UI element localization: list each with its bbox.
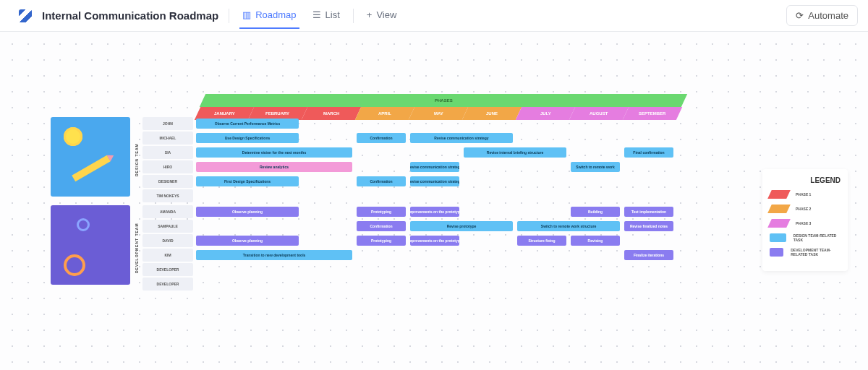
- task-bar[interactable]: Observe Current Performance Metrics: [196, 119, 299, 129]
- task-lane: [195, 278, 676, 291]
- separator: [353, 9, 354, 23]
- legend-swatch: [767, 219, 791, 228]
- task-bar[interactable]: First Design Specifications: [196, 176, 299, 186]
- member-row: DEVELOPER: [142, 263, 676, 276]
- task-bar[interactable]: Final confirmation: [624, 147, 673, 158]
- member-name: DEVELOPER: [142, 278, 193, 291]
- task-bar[interactable]: Revise finalized notes: [624, 221, 673, 231]
- legend-item: PHASE 2: [770, 205, 841, 213]
- task-bar[interactable]: Revise communication strategy: [410, 176, 459, 186]
- member-name: SIA: [142, 146, 193, 159]
- plus-icon: +: [367, 9, 373, 20]
- tab-list[interactable]: ☰ List: [310, 2, 343, 29]
- bolt-icon: ⟳: [796, 10, 804, 21]
- separator: [229, 9, 229, 23]
- team-illustration: [51, 205, 130, 285]
- member-row: HIROReview analyticsRevise communication…: [142, 160, 676, 173]
- task-bar[interactable]: Observe planning: [196, 207, 299, 217]
- legend-swatch: [770, 248, 783, 257]
- task-bar[interactable]: Revise internal briefing structure: [464, 147, 566, 158]
- task-lane: Transition to new development toolsFinal…: [195, 249, 676, 262]
- task-bar[interactable]: Prototyping: [357, 236, 406, 246]
- task-lane: [195, 189, 676, 202]
- member-row: KIMTransition to new development toolsFi…: [142, 249, 676, 262]
- task-bar[interactable]: Confirmation: [357, 133, 406, 143]
- task-bar[interactable]: Confirmation: [357, 176, 406, 186]
- member-row: AMANDAObserve planningPrototypingImprove…: [142, 205, 676, 218]
- tab-roadmap[interactable]: ▥ Roadmap: [239, 2, 299, 29]
- member-row: TIM NOKEYS: [142, 189, 676, 202]
- member-name: TIM NOKEYS: [142, 189, 193, 202]
- task-bar[interactable]: Determine vision for the next months: [196, 147, 352, 158]
- task-lane: Determine vision for the next monthsRevi…: [195, 146, 676, 159]
- task-bar[interactable]: Test implementation: [624, 207, 673, 217]
- task-bar[interactable]: Switch to remote work structure: [517, 221, 620, 231]
- task-bar[interactable]: Revising: [571, 236, 620, 246]
- task-lane: Review analyticsRevise communication str…: [195, 160, 676, 173]
- task-lane: [195, 263, 676, 276]
- member-row: DEVELOPER: [142, 278, 676, 291]
- automate-label: Automate: [808, 10, 848, 21]
- team-label: DEVELOPMENT TEAM: [133, 205, 140, 291]
- member-name: HIRO: [142, 160, 193, 173]
- member-row: SIADetermine vision for the next monthsR…: [142, 146, 676, 159]
- add-view[interactable]: + View: [364, 2, 400, 29]
- task-bar[interactable]: Revise communication strategy: [410, 133, 513, 143]
- roadmap-icon: ▥: [242, 9, 251, 20]
- member-name: DESIGNER: [142, 175, 193, 188]
- legend-label: PHASE 2: [796, 207, 811, 211]
- legend-swatch: [767, 190, 791, 199]
- member-name: DEVELOPER: [142, 263, 193, 276]
- legend-item: PHASE 3: [770, 219, 841, 228]
- task-bar[interactable]: Use Design Specifications: [196, 133, 299, 143]
- legend-item: DEVELOPMENT TEAM-RELATED TASK: [770, 248, 841, 257]
- member-row: JOHNObserve Current Performance Metrics: [142, 117, 676, 130]
- member-row: DAVIDObserve planningPrototypingImprovem…: [142, 234, 676, 247]
- member-name: MICHAEL: [142, 132, 193, 145]
- member-name: SAMPAULE: [142, 220, 193, 233]
- automate-button[interactable]: ⟳ Automate: [786, 5, 858, 26]
- task-bar[interactable]: Revise communication strategy: [410, 162, 459, 172]
- legend-label: PHASE 1: [796, 192, 811, 197]
- task-bar[interactable]: Confirmation: [357, 221, 406, 231]
- task-bar[interactable]: Structure fixing: [517, 236, 566, 246]
- legend-label: PHASE 3: [796, 221, 811, 225]
- member-row: SAMPAULEConfirmationRevise prototypeSwit…: [142, 220, 676, 233]
- member-row: DESIGNERFirst Design SpecificationsConfi…: [142, 175, 676, 188]
- workspace-icon: [19, 9, 32, 22]
- member-name: JOHN: [142, 117, 193, 130]
- legend-item: DESIGN TEAM-RELATED TASK: [770, 233, 841, 242]
- member-name: AMANDA: [142, 205, 193, 218]
- task-bar[interactable]: Transition to new development tools: [196, 250, 352, 260]
- team-section: DEVELOPMENT TEAMAMANDAObserve planningPr…: [51, 205, 687, 291]
- member-row: MICHAELUse Design SpecificationsConfirma…: [142, 132, 676, 145]
- legend-card: LEGEND PHASE 1PHASE 2PHASE 3DESIGN TEAM-…: [762, 169, 848, 271]
- tab-label: Roadmap: [255, 9, 296, 20]
- task-bar[interactable]: Revise prototype: [410, 221, 513, 231]
- task-lane: Observe planningPrototypingImprovements …: [195, 234, 676, 247]
- top-toolbar: Internal Communication Roadmap ▥ Roadmap…: [0, 0, 868, 32]
- legend-label: DESIGN TEAM-RELATED TASK: [793, 233, 841, 242]
- tab-label: View: [376, 9, 396, 20]
- task-bar[interactable]: Observe planning: [196, 236, 299, 246]
- member-name: KIM: [142, 249, 193, 262]
- task-bar[interactable]: Switch to remote work: [571, 162, 620, 172]
- task-bar[interactable]: Improvements on the prototype: [410, 207, 459, 217]
- list-icon: ☰: [312, 9, 321, 20]
- whiteboard-canvas[interactable]: PHASES JANUARYFEBRUARYMARCHAPRILMAYJUNEJ…: [0, 32, 868, 370]
- task-bar[interactable]: Review analytics: [196, 162, 352, 172]
- phases-header: PHASES: [200, 94, 687, 107]
- task-bar[interactable]: Improvements on the prototype: [410, 236, 459, 246]
- legend-label: DEVELOPMENT TEAM-RELATED TASK: [791, 248, 841, 257]
- task-lane: Observe Current Performance Metrics: [195, 117, 676, 130]
- task-lane: First Design SpecificationsConfirmationR…: [195, 175, 676, 188]
- task-bar[interactable]: Prototyping: [357, 207, 406, 217]
- task-lane: ConfirmationRevise prototypeSwitch to re…: [195, 220, 676, 233]
- page-title: Internal Communication Roadmap: [42, 9, 218, 22]
- task-bar[interactable]: Finalize iterations: [624, 250, 673, 260]
- task-bar[interactable]: Building: [571, 207, 620, 217]
- task-lane: Observe planningPrototypingImprovements …: [195, 205, 676, 218]
- legend-item: PHASE 1: [770, 190, 841, 199]
- team-label: DESIGN TEAM: [133, 117, 140, 202]
- legend-swatch: [770, 233, 786, 242]
